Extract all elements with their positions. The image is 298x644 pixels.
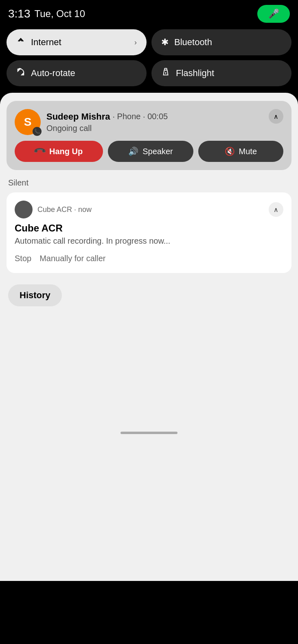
qs-tile-bluetooth[interactable]: ✱ Bluetooth <box>151 29 291 55</box>
autorotate-label: Auto-rotate <box>31 68 75 79</box>
qs-tile-flashlight[interactable]: Flashlight <box>151 60 291 86</box>
acr-manual-caller-button[interactable]: Manually for caller <box>39 252 105 265</box>
internet-label: Internet <box>31 37 61 48</box>
acr-notification: Cube ACR · now ∧ Cube ACR Automatic call… <box>7 192 291 273</box>
mic-icon: 🎤 <box>268 9 279 19</box>
internet-icon <box>16 37 25 48</box>
acr-title: Cube ACR <box>15 223 283 234</box>
call-notification: S 📞 Sudeep Mishra · Phone · 00:05 Ongoin… <box>7 101 291 170</box>
quick-settings: Internet › ✱ Bluetooth Auto-rotate Flash… <box>0 26 298 93</box>
call-info: S 📞 Sudeep Mishra · Phone · 00:05 Ongoin… <box>15 109 168 135</box>
status-time: 3:13 <box>8 7 31 20</box>
acr-header-left: Cube ACR · now <box>15 201 92 218</box>
acr-collapse-button[interactable]: ∧ <box>269 202 283 217</box>
acr-actions: Stop Manually for caller <box>15 252 283 265</box>
bluetooth-icon: ✱ <box>161 37 169 48</box>
notification-area: S 📞 Sudeep Mishra · Phone · 00:05 Ongoin… <box>0 93 298 581</box>
hangup-icon: 📞 <box>33 144 47 159</box>
mute-icon: 🔇 <box>225 146 235 156</box>
flashlight-icon <box>161 68 170 79</box>
call-name-row: Sudeep Mishra · Phone · 00:05 <box>46 111 168 122</box>
acr-body: Automatic call recording. In progress no… <box>15 236 283 246</box>
qs-tile-internet[interactable]: Internet › <box>7 29 147 55</box>
call-status: Ongoing call <box>46 124 168 133</box>
autorotate-icon <box>16 68 25 79</box>
hangup-button[interactable]: 📞 Hang Up <box>15 141 103 162</box>
call-meta: · Phone · 00:05 <box>112 112 168 121</box>
qs-tile-autorotate[interactable]: Auto-rotate <box>7 60 147 86</box>
flashlight-label: Flashlight <box>176 68 214 79</box>
home-indicator <box>121 432 177 434</box>
call-actions: 📞 Hang Up 🔊 Speaker 🔇 Mute <box>15 141 283 162</box>
acr-app-icon <box>15 201 33 218</box>
mic-button[interactable]: 🎤 <box>257 5 290 23</box>
phone-badge-icon: 📞 <box>33 127 42 136</box>
call-header: S 📞 Sudeep Mishra · Phone · 00:05 Ongoin… <box>15 109 283 135</box>
silent-section-label: Silent <box>8 178 291 188</box>
call-text: Sudeep Mishra · Phone · 00:05 Ongoing ca… <box>46 111 168 133</box>
speaker-button[interactable]: 🔊 Speaker <box>108 141 193 162</box>
status-date: Tue, Oct 10 <box>35 8 85 20</box>
bottom-spacer <box>7 432 291 434</box>
history-section: History <box>7 281 291 310</box>
speaker-icon: 🔊 <box>128 146 138 156</box>
caller-avatar: S 📞 <box>15 109 41 135</box>
caller-name: Sudeep Mishra <box>46 111 110 122</box>
call-collapse-button[interactable]: ∧ <box>269 109 283 124</box>
mute-button[interactable]: 🔇 Mute <box>198 141 283 162</box>
acr-stop-button[interactable]: Stop <box>15 252 31 265</box>
status-left: 3:13 Tue, Oct 10 <box>8 7 85 20</box>
internet-arrow-icon: › <box>134 38 137 47</box>
bluetooth-label: Bluetooth <box>174 37 212 48</box>
history-button[interactable]: History <box>8 284 62 306</box>
status-bar: 3:13 Tue, Oct 10 🎤 <box>0 0 298 26</box>
acr-header: Cube ACR · now ∧ <box>15 201 283 218</box>
acr-app-name: Cube ACR · now <box>37 205 92 214</box>
